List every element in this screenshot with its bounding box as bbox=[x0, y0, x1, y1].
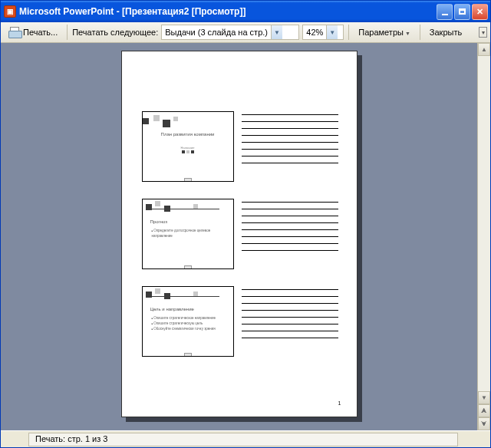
options-label: Параметры bbox=[358, 28, 404, 37]
scroll-track[interactable] bbox=[478, 56, 490, 391]
close-preview-label: Закрыть bbox=[430, 28, 462, 37]
zoom-combo[interactable]: 42% ▼ bbox=[302, 25, 344, 40]
chevron-down-icon: ▼ bbox=[405, 31, 410, 36]
separator bbox=[420, 25, 420, 40]
titlebar: ▣ Microsoft PowerPoint - [Презентация2 [… bbox=[1, 1, 490, 22]
statusbar: Печать: стр. 1 из 3 bbox=[1, 430, 490, 447]
zoom-combo-value: 42% bbox=[303, 28, 326, 37]
printer-icon bbox=[8, 27, 21, 38]
handout-row: План развития компании Название bbox=[142, 111, 338, 182]
handout-row: Прогноз Определите долгосрочное целевое … bbox=[142, 199, 338, 269]
prev-slide-button[interactable]: ⮝ bbox=[478, 404, 490, 417]
chevron-down-icon: ▼ bbox=[326, 25, 338, 39]
powerpoint-icon: ▣ bbox=[4, 5, 16, 18]
slide-subtitle: Название bbox=[143, 146, 233, 150]
print-button-label: Печать... bbox=[23, 28, 58, 37]
close-preview-button[interactable]: Закрыть bbox=[425, 25, 466, 39]
notes-lines bbox=[242, 199, 338, 269]
layout-combo[interactable]: Выдачи (3 слайда на стр.) ▼ bbox=[161, 25, 299, 40]
print-button[interactable]: Печать... bbox=[4, 25, 62, 40]
print-what-label: Печатать следующее: bbox=[72, 28, 158, 37]
slide-title: Цель и направление bbox=[143, 307, 233, 311]
next-slide-button[interactable]: ⮟ bbox=[478, 417, 490, 430]
notes-lines bbox=[242, 111, 338, 182]
print-preview-toolbar: Печать... Печатать следующее: Выдачи (3 … bbox=[1, 22, 490, 43]
notes-lines bbox=[242, 286, 338, 357]
vertical-scrollbar[interactable]: ▲ ▼ ⮝ ⮟ bbox=[477, 43, 490, 430]
handout-page: План развития компании Название bbox=[121, 51, 358, 417]
slide-bullets: Определите долгосрочное целевое направле… bbox=[143, 229, 233, 239]
slide-title: Прогноз bbox=[143, 219, 233, 224]
slide-thumb: План развития компании Название bbox=[142, 111, 234, 182]
slide-title: План развития компании bbox=[143, 132, 233, 137]
minimize-button[interactable] bbox=[437, 4, 453, 20]
slide-thumb: Цель и направление Опишите стратегическо… bbox=[142, 286, 234, 357]
separator bbox=[67, 25, 68, 40]
window-controls bbox=[437, 4, 488, 20]
window-title: Microsoft PowerPoint - [Презентация2 [Пр… bbox=[19, 6, 437, 17]
chevron-down-icon: ▼ bbox=[271, 25, 282, 39]
layout-combo-value: Выдачи (3 слайда на стр.) bbox=[162, 28, 271, 37]
slide-thumb: Прогноз Определите долгосрочное целевое … bbox=[142, 199, 234, 269]
slide-bullets: Опишите стратегическое направление Опиши… bbox=[143, 316, 233, 331]
page-number: 1 bbox=[338, 400, 341, 406]
preview-canvas[interactable]: План развития компании Название bbox=[1, 43, 477, 430]
toolbar-options-icon[interactable]: ▾ bbox=[479, 27, 487, 38]
handout-row: Цель и направление Опишите стратегическо… bbox=[142, 286, 338, 357]
preview-workspace: План развития компании Название bbox=[1, 43, 490, 430]
status-text: Печать: стр. 1 из 3 bbox=[28, 433, 458, 446]
scroll-down-button[interactable]: ▼ bbox=[478, 391, 490, 404]
maximize-button[interactable] bbox=[454, 4, 470, 20]
scroll-up-button[interactable]: ▲ bbox=[478, 43, 490, 56]
separator bbox=[348, 25, 349, 40]
app-window: ▣ Microsoft PowerPoint - [Презентация2 [… bbox=[0, 0, 491, 448]
page-wrap: План развития компании Название bbox=[121, 51, 358, 430]
options-menu-button[interactable]: Параметры▼ bbox=[354, 25, 415, 39]
close-window-button[interactable] bbox=[472, 4, 488, 20]
